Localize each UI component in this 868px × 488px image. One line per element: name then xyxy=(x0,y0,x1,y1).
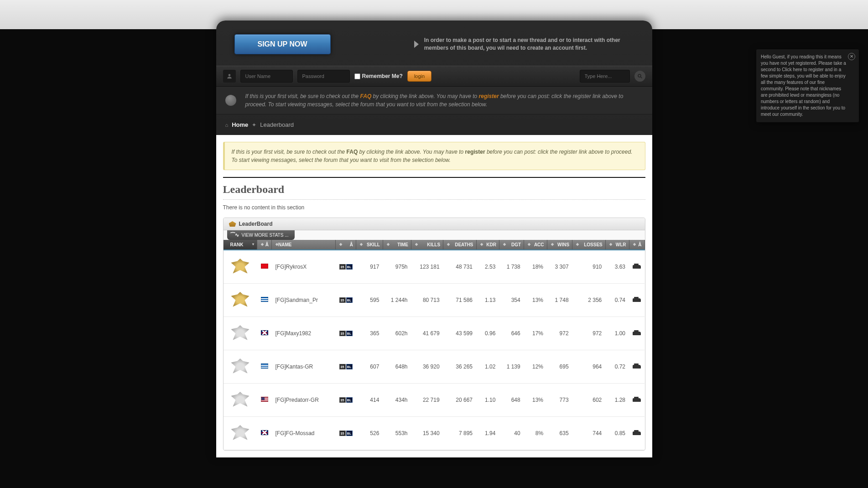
col-kdr[interactable]: ◆KDR xyxy=(476,240,499,250)
leaderboard-panel: LeaderBoard ⁀∿ VIEW MORE STATS ... RANK▾… xyxy=(223,218,645,451)
wins-cell: 635 xyxy=(547,417,572,450)
search-icon[interactable] xyxy=(634,71,645,82)
breadcrumb-separator: ✦ xyxy=(252,122,256,128)
badge-cell: 35BL xyxy=(336,317,356,350)
acc-cell: 12% xyxy=(524,350,547,384)
flag-icon xyxy=(261,363,268,369)
col-rank[interactable]: RANK▾ xyxy=(223,240,257,250)
register-link[interactable]: register xyxy=(479,93,499,99)
tank-icon xyxy=(633,298,641,302)
dgt-cell: 354 xyxy=(499,284,524,317)
flag-icon xyxy=(261,264,268,269)
time-cell: 434h xyxy=(383,384,411,417)
kdr-cell: 1.10 xyxy=(476,384,499,417)
table-row[interactable]: [FG]Kantas-GR 35BL 607 648h 36 920 36 26… xyxy=(223,350,645,384)
rank-cell xyxy=(223,384,257,417)
content-area: If this is your first visit, be sure to … xyxy=(216,135,652,457)
signup-notice: In order to make a post or to start a ne… xyxy=(414,36,634,52)
col-flag[interactable]: ◆Â xyxy=(257,240,272,250)
rank-cell xyxy=(223,417,257,450)
flag-cell xyxy=(257,250,272,284)
chevron-right-icon xyxy=(414,41,419,48)
col-tank[interactable]: ◆Â xyxy=(629,240,645,250)
tank-icon xyxy=(633,332,641,335)
username-input[interactable] xyxy=(240,70,293,83)
guest-popup: ✕ Hello Guest, if you reading this it me… xyxy=(756,49,859,122)
deaths-cell: 7 895 xyxy=(443,417,476,450)
col-wlr[interactable]: ◆WLR xyxy=(605,240,629,250)
badge-cell: 35BL xyxy=(336,350,356,384)
home-icon: ⌂ xyxy=(225,122,229,128)
badge-cell: 35BL xyxy=(336,250,356,284)
notice-box: If this is your first visit, be sure to … xyxy=(223,142,645,170)
losses-cell: 744 xyxy=(572,417,606,450)
password-input[interactable] xyxy=(297,70,350,83)
remember-me-text: Remember Me? xyxy=(362,73,403,79)
rank-badge-icon xyxy=(231,259,249,275)
wlr-cell: 0.74 xyxy=(605,284,629,317)
faq-link[interactable]: FAQ xyxy=(360,93,372,99)
search-input[interactable] xyxy=(580,70,630,83)
deaths-cell: 36 265 xyxy=(443,350,476,384)
login-button[interactable]: login xyxy=(407,71,431,82)
table-row[interactable]: [FG]FG-Mossad 35BL 526 553h 15 340 7 895… xyxy=(223,417,645,450)
notice-register-link[interactable]: register xyxy=(465,149,485,155)
col-badge[interactable]: ◆Â xyxy=(336,240,356,250)
skill-cell: 526 xyxy=(356,417,383,450)
name-cell[interactable]: [FG]FG-Mossad xyxy=(272,417,336,450)
col-wins[interactable]: ◆WINS xyxy=(547,240,572,250)
col-deaths[interactable]: ◆DEATHS xyxy=(443,240,476,250)
badge-cell: 35BL xyxy=(336,284,356,317)
time-cell: 1 244h xyxy=(383,284,411,317)
col-dgt[interactable]: ◆DGT xyxy=(499,240,524,250)
badge-icon: BL xyxy=(346,264,353,270)
close-icon[interactable]: ✕ xyxy=(848,53,855,60)
remember-me-checkbox[interactable] xyxy=(354,73,360,79)
info-text: If this is your first visit, be sure to … xyxy=(245,92,643,109)
col-time[interactable]: ◆TIME xyxy=(383,240,411,250)
remember-me-label[interactable]: Remember Me? xyxy=(354,73,403,79)
flag-cell xyxy=(257,384,272,417)
svg-point-1 xyxy=(638,74,641,77)
acc-cell: 17% xyxy=(524,317,547,350)
no-content-text: There is no content in this section xyxy=(223,204,645,211)
notice-faq-link[interactable]: FAQ xyxy=(347,149,358,155)
badge-icon: BL xyxy=(346,297,353,303)
table-row[interactable]: [FG]RykrosX 35BL 917 975h 123 181 48 731… xyxy=(223,250,645,284)
col-kills[interactable]: ◆KILLS xyxy=(411,240,443,250)
col-acc[interactable]: ◆ACC xyxy=(524,240,547,250)
tank-icon xyxy=(633,398,641,402)
losses-cell: 972 xyxy=(572,317,606,350)
name-cell[interactable]: [FG]RykrosX xyxy=(272,250,336,284)
tank-icon xyxy=(633,265,641,269)
signup-button[interactable]: SIGN UP NOW xyxy=(234,34,331,54)
name-cell[interactable]: [FG]Kantas-GR xyxy=(272,350,336,384)
col-losses[interactable]: ◆LOSSES xyxy=(572,240,606,250)
name-cell[interactable]: [FG]Maxy1982 xyxy=(272,317,336,350)
wins-cell: 972 xyxy=(547,317,572,350)
rank-badge-icon xyxy=(231,292,249,308)
badge-icon: BL xyxy=(346,431,353,436)
breadcrumb-home[interactable]: Home xyxy=(232,121,248,128)
deaths-cell: 43 599 xyxy=(443,317,476,350)
tank-cell xyxy=(629,284,645,317)
page-title: Leaderboard xyxy=(223,183,645,196)
svg-line-2 xyxy=(640,77,642,78)
badge-icon: 35 xyxy=(339,431,346,436)
col-skill[interactable]: ◆SKILL xyxy=(356,240,383,250)
name-cell[interactable]: [FG]Predatorr-GR xyxy=(272,384,336,417)
table-row[interactable]: [FG]Sandman_Pr 35BL 595 1 244h 80 713 71… xyxy=(223,284,645,317)
badge-icon: 35 xyxy=(339,331,346,336)
skill-cell: 917 xyxy=(356,250,383,284)
deaths-cell: 20 667 xyxy=(443,384,476,417)
breadcrumb-current: Leaderboard xyxy=(260,121,294,128)
table-row[interactable]: [FG]Predatorr-GR 35BL 414 434h 22 719 20… xyxy=(223,384,645,417)
col-name[interactable]: ◆NAME xyxy=(272,240,336,250)
name-cell[interactable]: [FG]Sandman_Pr xyxy=(272,284,336,317)
tank-cell xyxy=(629,250,645,284)
time-cell: 648h xyxy=(383,350,411,384)
table-row[interactable]: [FG]Maxy1982 35BL 365 602h 41 679 43 599… xyxy=(223,317,645,350)
view-more-stats-button[interactable]: ⁀∿ VIEW MORE STATS ... xyxy=(227,230,295,240)
dgt-cell: 1 139 xyxy=(499,350,524,384)
flag-icon xyxy=(261,297,268,302)
